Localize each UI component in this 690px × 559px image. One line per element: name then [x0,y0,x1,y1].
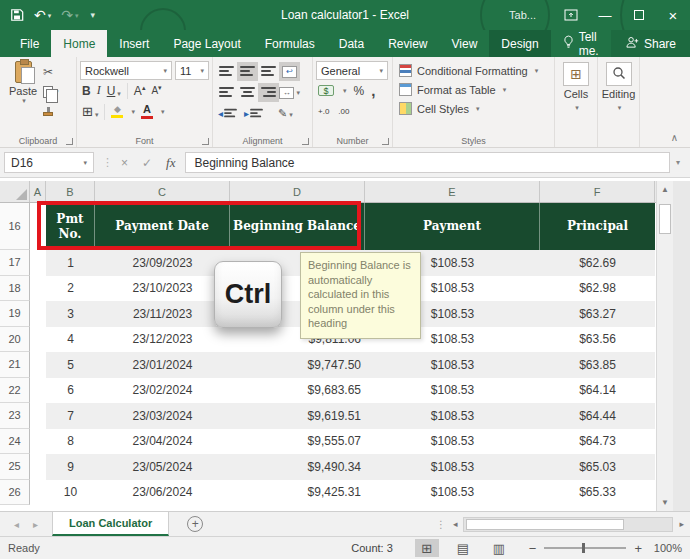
cell-date[interactable]: 23/06/2024 [95,480,230,506]
tab-file[interactable]: File [8,30,51,57]
tab-data[interactable]: Data [327,30,376,57]
cell-principal[interactable]: $64.73 [540,429,655,455]
decrease-indent-button[interactable]: ◂ [218,108,238,119]
cell-date[interactable]: 23/04/2024 [95,429,230,455]
insert-function-icon[interactable]: fx [166,155,175,171]
zoom-out-button[interactable]: − [529,541,537,556]
cell-balance[interactable]: $9,619.51 [230,403,365,429]
select-all-button[interactable] [0,181,30,202]
alignment-dialog-launcher[interactable] [302,138,309,145]
editing-button[interactable]: Editing ▾ [601,62,636,112]
cell-balance[interactable]: $9,490.34 [230,454,365,480]
count-indicator[interactable]: Count: 3 [351,542,393,554]
cell-date[interactable]: 23/09/2023 [95,250,230,276]
cells-button[interactable]: ⊞ Cells ▾ [558,62,594,112]
cell-payment[interactable]: $108.53 [365,352,540,378]
font-size-select[interactable]: 11▾ [175,61,209,80]
copy-button[interactable]: ▾ [43,83,59,100]
vertical-scrollbar[interactable]: ▲ ▼ [656,181,673,511]
underline-button[interactable]: U▾ [107,84,121,98]
zoom-in-button[interactable]: + [634,541,642,556]
cell-principal[interactable]: $63.85 [540,352,655,378]
italic-button[interactable]: I [97,83,101,98]
ribbon-display-options-icon[interactable] [554,0,588,30]
cell-payment[interactable]: $108.53 [365,403,540,429]
decrease-font-size-button[interactable]: A▾ [151,84,161,96]
borders-button[interactable]: ⊞▾ [82,104,98,119]
format-as-table-button[interactable]: Format as Table▾ [396,80,551,99]
cell-date[interactable]: 23/03/2024 [95,403,230,429]
row-header-19[interactable]: 19 [0,301,30,327]
bold-button[interactable]: B [82,84,91,98]
account-name[interactable]: Tab... [509,9,536,21]
tab-review[interactable]: Review [376,30,439,57]
name-box[interactable]: D16▾ [4,152,94,173]
page-break-view-button[interactable]: ▥ [487,539,511,557]
cell-principal[interactable]: $62.69 [540,250,655,276]
cell-no[interactable]: 9 [46,454,95,480]
cell-no[interactable]: 10 [46,480,95,506]
redo-button[interactable]: ↷▾ [61,8,78,22]
column-header-d[interactable]: D [230,181,365,202]
accounting-format-button[interactable]: $ [318,85,334,96]
sheet-nav-left-icon[interactable]: ◂ [14,519,19,530]
tab-page-layout[interactable]: Page Layout [161,30,252,57]
cell-date[interactable]: 23/12/2023 [95,327,230,353]
zoom-slider-thumb[interactable] [582,543,585,553]
orientation-button[interactable]: ✎▾ [278,107,293,120]
restore-button[interactable] [622,0,656,30]
top-align-button[interactable] [216,62,237,81]
font-dialog-launcher[interactable] [202,138,209,145]
tab-formulas[interactable]: Formulas [253,30,327,57]
format-painter-button[interactable] [43,103,59,120]
cut-button[interactable]: ✂ [43,63,59,80]
row-header-25[interactable]: 25 [0,454,30,480]
cell-balance[interactable]: $9,555.07 [230,429,365,455]
undo-button[interactable]: ↶▾ [34,8,51,22]
row-header-23[interactable]: 23 [0,403,30,429]
number-format-select[interactable]: General▾ [316,61,388,80]
cell-no[interactable]: 8 [46,429,95,455]
tab-insert[interactable]: Insert [107,30,161,57]
comma-style-button[interactable]: , [371,82,375,99]
align-left-button[interactable] [216,83,237,102]
header-payment[interactable]: Payment [365,203,540,250]
vertical-scroll-thumb[interactable] [659,204,671,234]
row-header-16[interactable]: 16 [0,203,30,250]
horizontal-scroll-thumb[interactable] [466,519,624,530]
formula-input[interactable]: Beginning Balance [185,152,670,173]
hscroll-right-icon[interactable]: ▸ [673,519,690,529]
cell-payment[interactable]: $108.53 [365,378,540,404]
middle-align-button[interactable] [237,62,258,81]
close-button[interactable]: × [656,0,690,30]
tab-home[interactable]: Home [51,30,107,57]
zoom-percentage[interactable]: 100% [650,542,682,554]
cell-balance[interactable]: $9,683.65 [230,378,365,404]
column-header-b[interactable]: B [46,181,95,202]
clipboard-dialog-launcher[interactable] [66,138,73,145]
row-header-26[interactable]: 26 [0,480,30,506]
tab-view[interactable]: View [440,30,490,57]
cell-principal[interactable]: $65.03 [540,454,655,480]
cell-no[interactable]: 3 [46,301,95,327]
cell-no[interactable]: 2 [46,276,95,302]
row-header-24[interactable]: 24 [0,429,30,455]
row-header-21[interactable]: 21 [0,352,30,378]
cell-no[interactable]: 4 [46,327,95,353]
row-header-17[interactable]: 17 [0,250,30,276]
cell-principal[interactable]: $64.14 [540,378,655,404]
cell-no[interactable]: 1 [46,250,95,276]
cancel-icon[interactable]: × [121,156,128,170]
collapse-ribbon-icon[interactable]: ∧ [671,132,678,143]
cell-balance[interactable]: $9,425.31 [230,480,365,506]
increase-indent-button[interactable]: ▸ [244,108,264,119]
cell-principal[interactable]: $65.33 [540,480,655,506]
normal-view-button[interactable]: ⊞ [415,539,439,557]
fill-color-button[interactable]: ◆ [111,105,123,118]
sheet-nav-right-icon[interactable]: ▸ [33,519,38,530]
font-color-button[interactable]: A [141,104,153,119]
font-name-select[interactable]: Rockwell▾ [80,61,172,80]
tell-me-button[interactable]: Tell me. [551,30,611,57]
cell-payment[interactable]: $108.53 [365,429,540,455]
new-sheet-button[interactable]: + [187,516,203,532]
